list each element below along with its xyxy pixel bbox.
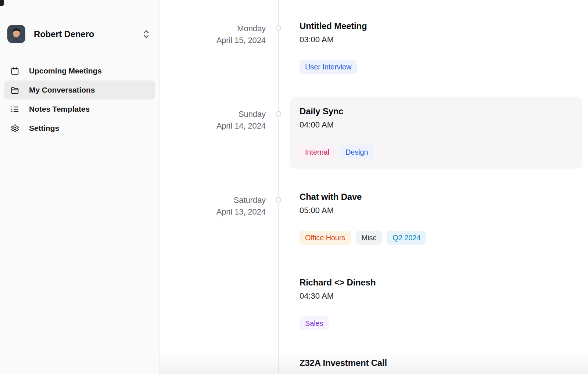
gear-icon	[10, 124, 19, 133]
meeting-tag[interactable]: Design	[340, 145, 374, 159]
sidebar-item-notes-templates[interactable]: Notes Templates	[4, 100, 155, 119]
avatar	[7, 25, 25, 43]
list-icon	[10, 105, 19, 114]
meeting-card[interactable]: Daily Sync 04:00 AM InternalDesign	[290, 97, 582, 169]
meeting-tag[interactable]: User Interview	[300, 60, 357, 74]
meeting-tag[interactable]: Misc	[356, 231, 382, 245]
sidebar-item-label: Upcoming Meetings	[29, 66, 102, 75]
meeting-tag[interactable]: Office Hours	[300, 231, 351, 245]
window-corner-mark	[0, 0, 4, 6]
timeline-dot	[276, 25, 281, 31]
folder-icon	[10, 86, 19, 95]
conversations-timeline-panel: Monday April 15, 2024 Untitled Meeting 0…	[159, 0, 588, 374]
meeting-tags: Office HoursMiscQ2 2024	[300, 231, 582, 245]
meeting-tags: InternalDesign	[300, 145, 573, 159]
account-name: Robert Denero	[34, 29, 143, 39]
meeting-title: Richard <> Dinesh	[300, 277, 582, 288]
meeting-card[interactable]: Untitled Meeting 03:00 AM User Interview	[300, 20, 582, 74]
entry-day-label: Saturday	[216, 194, 266, 206]
meeting-time: 04:30 AM	[300, 291, 582, 302]
meeting-tags: User Interview	[300, 60, 582, 74]
meeting-card[interactable]: Chat with Dave 05:00 AM Office HoursMisc…	[300, 191, 582, 245]
meeting-card[interactable]: Richard <> Dinesh 04:30 AM Sales	[300, 277, 582, 330]
meeting-tag[interactable]: Internal	[300, 145, 335, 159]
entry-day-label: Sunday	[216, 108, 266, 120]
meeting-title: Z32A Investment Call	[300, 357, 582, 369]
sidebar-item-label: My Conversations	[29, 86, 95, 94]
sidebar-nav: Upcoming Meetings My Conversations	[0, 61, 159, 138]
meeting-title: Untitled Meeting	[300, 20, 582, 32]
sidebar-item-settings[interactable]: Settings	[4, 119, 155, 138]
entry-day-label: Monday	[216, 23, 266, 35]
calendar-icon	[10, 66, 19, 76]
sidebar: Robert Denero Upcoming Meetings	[0, 0, 159, 374]
meeting-time: 03:00 AM	[300, 34, 582, 45]
entry-date: Sunday April 14, 2024	[216, 108, 266, 132]
meeting-time: 05:00 AM	[300, 205, 582, 216]
meeting-card[interactable]: Z32A Investment Call	[300, 357, 582, 369]
meeting-title: Daily Sync	[300, 105, 573, 117]
account-switcher[interactable]: Robert Denero	[7, 25, 150, 43]
entry-date: Monday April 15, 2024	[216, 23, 266, 46]
timeline-dot	[276, 111, 281, 116]
sidebar-item-my-conversations[interactable]: My Conversations	[4, 80, 155, 100]
entry-date: Saturday April 13, 2024	[216, 194, 266, 218]
meeting-tag[interactable]: Sales	[300, 316, 329, 330]
entry-date-label: April 15, 2024	[216, 35, 266, 46]
entry-date-label: April 13, 2024	[216, 206, 266, 218]
meeting-tag[interactable]: Q2 2024	[387, 231, 426, 245]
entry-date-label: April 14, 2024	[216, 120, 266, 132]
meeting-title: Chat with Dave	[300, 191, 582, 203]
sidebar-item-label: Settings	[29, 124, 59, 133]
timeline-dot	[276, 197, 281, 202]
meeting-time: 04:00 AM	[300, 119, 573, 130]
sidebar-item-label: Notes Templates	[29, 105, 90, 114]
meeting-tags: Sales	[300, 316, 582, 330]
sidebar-item-upcoming-meetings[interactable]: Upcoming Meetings	[4, 61, 155, 80]
timeline-line	[278, 0, 279, 374]
chevron-updown-icon	[143, 29, 150, 40]
